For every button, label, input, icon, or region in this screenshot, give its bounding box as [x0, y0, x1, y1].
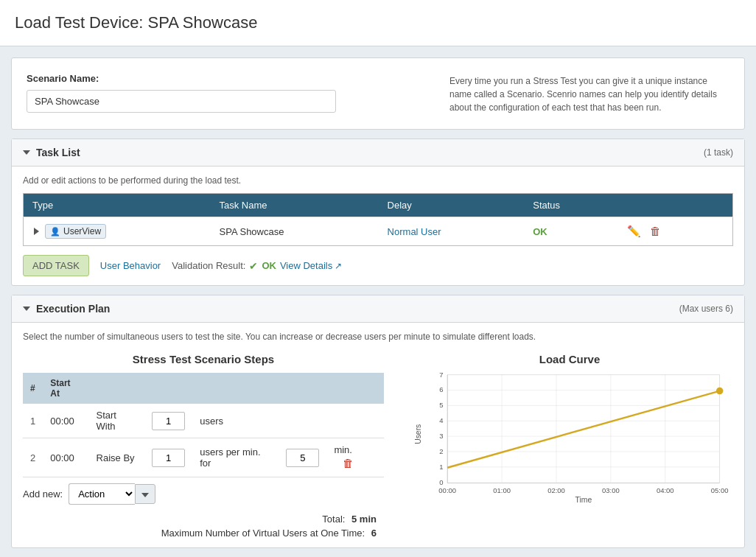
task-table-header-row: Type Task Name Delay Status: [24, 194, 733, 217]
svg-text:5: 5: [439, 401, 443, 409]
external-link-icon: ↗: [335, 261, 342, 271]
stress-title: Stress Test Scenario Steps: [23, 353, 384, 365]
max-users-label: Maximum Number of Virtual Users at One T…: [161, 528, 365, 539]
exec-plan-max-users: (Max users 6): [679, 304, 733, 314]
action-select[interactable]: Action: [69, 483, 135, 505]
step-suffix-1: users: [192, 404, 279, 438]
step-num-1: 1: [23, 404, 43, 438]
validation-label: Validation Result:: [172, 260, 245, 271]
task-type-badge: 👤 UserView: [45, 224, 106, 239]
content-area: Scenario Name: Every time you run a Stre…: [0, 46, 756, 557]
scenario-card-inner: Scenario Name: Every time you run a Stre…: [12, 58, 744, 129]
execution-plan-card: Execution Plan (Max users 6) Select the …: [11, 295, 745, 548]
col-type: Type: [24, 194, 211, 217]
task-list-body: Add or edit actions to be performed duri…: [12, 167, 744, 285]
task-list-title: Task List: [36, 147, 80, 158]
steps-col-start: Start At: [43, 373, 88, 404]
chart-area: 0 1 2 3 4 5 6 7 00:00 01:00 02:00: [406, 371, 733, 506]
steps-table: # Start At 1 00:00 Start With: [23, 373, 384, 477]
table-row: 👤 UserView SPA Showcase Normal User OK: [24, 217, 733, 246]
task-status-cell: OK: [524, 217, 615, 246]
svg-text:03:00: 03:00: [602, 486, 620, 494]
page-header: Load Test Device: SPA Showcase: [0, 0, 756, 46]
exec-plan-header: Execution Plan (Max users 6): [12, 295, 744, 323]
chart-end-dot: [716, 388, 723, 394]
step-start-2: 00:00: [43, 438, 88, 477]
task-list-header: Task List (1 task): [12, 139, 744, 167]
scenario-card: Scenario Name: Every time you run a Stre…: [11, 57, 745, 130]
task-status-ok: OK: [533, 226, 547, 237]
steps-col-action: [89, 373, 384, 404]
load-curve-chart: 0 1 2 3 4 5 6 7 00:00 01:00 02:00: [406, 371, 733, 504]
validation-ok-text: OK: [262, 260, 276, 271]
view-details-link[interactable]: View Details ↗: [280, 260, 342, 271]
task-list-chevron-icon[interactable]: [23, 150, 30, 155]
add-new-label: Add new:: [23, 488, 63, 500]
page-title: Load Test Device: SPA Showcase: [15, 13, 741, 32]
steps-col-num: #: [23, 373, 43, 404]
total-line: Total: 5 min: [322, 514, 377, 525]
user-behavior-link[interactable]: User Behavior: [100, 260, 161, 271]
view-details-label: View Details: [280, 260, 332, 271]
step-row-2: 2 00:00 Raise By users per min. for: [23, 438, 384, 477]
step-duration-input-2[interactable]: [286, 449, 319, 467]
svg-text:7: 7: [439, 371, 443, 379]
step-value-cell-1: [144, 404, 192, 438]
task-delay-cell: Normal User: [379, 217, 525, 246]
add-task-button[interactable]: ADD TASK: [23, 255, 89, 276]
task-actions-cell: ✏️ 🗑: [615, 217, 732, 246]
action-dropdown-button[interactable]: [135, 484, 155, 504]
svg-text:04:00: 04:00: [657, 486, 674, 494]
totals-row: Total: 5 min Maximum Number of Virtual U…: [23, 514, 384, 539]
step-value-cell-2: [144, 438, 192, 477]
svg-text:05:00: 05:00: [711, 486, 729, 494]
step-value-input-1[interactable]: [152, 412, 185, 430]
scenario-name-input[interactable]: [27, 90, 336, 113]
task-toolbar: ADD TASK User Behavior Validation Result…: [23, 255, 733, 276]
max-users-line: Maximum Number of Virtual Users at One T…: [161, 528, 377, 539]
col-task-name: Task Name: [211, 194, 379, 217]
exec-plan-description: Select the number of simultaneous users …: [23, 332, 733, 342]
svg-text:02:00: 02:00: [547, 486, 565, 494]
col-actions: [615, 194, 732, 217]
svg-text:6: 6: [439, 385, 443, 393]
load-curve-section: Load Curve: [406, 353, 733, 506]
trash-icon-step: 🗑: [343, 457, 354, 469]
add-new-row: Add new: Action: [23, 483, 384, 505]
task-list-description: Add or edit actions to be performed duri…: [23, 175, 733, 186]
pencil-icon: ✏️: [627, 225, 641, 237]
svg-text:0: 0: [439, 478, 443, 486]
task-name-cell: SPA Showcase: [211, 217, 379, 246]
task-type-cell: 👤 UserView: [24, 217, 211, 246]
scenario-help-text: Every time you run a Stress Test you can…: [449, 73, 729, 114]
check-icon: ✔: [249, 260, 258, 272]
step-value-input-2[interactable]: [152, 449, 185, 467]
task-list-count: (1 task): [704, 147, 733, 158]
step-delete-button-2[interactable]: 🗑: [340, 455, 357, 471]
scenario-name-label: Scenario Name:: [27, 73, 427, 84]
svg-text:4: 4: [439, 416, 443, 424]
step-mid-text-2: users per min. for: [192, 438, 279, 477]
step-action-label-1: Start With: [89, 404, 145, 438]
task-expand-button[interactable]: [32, 225, 41, 239]
svg-text:1: 1: [439, 463, 443, 471]
svg-text:Users: Users: [414, 424, 422, 444]
expand-icon: [34, 228, 39, 235]
task-type-label: UserView: [63, 226, 101, 237]
exec-plan-chevron-icon[interactable]: [23, 306, 30, 311]
action-select-container: Action: [69, 483, 155, 505]
col-status: Status: [524, 194, 615, 217]
scenario-left: Scenario Name:: [27, 73, 427, 113]
max-users-value: 6: [371, 528, 377, 539]
svg-text:01:00: 01:00: [493, 486, 511, 494]
step-unit-2: min. 🗑: [326, 438, 384, 477]
task-delete-button[interactable]: 🗑: [647, 223, 664, 239]
task-edit-button[interactable]: ✏️: [624, 223, 644, 239]
step-row-1: 1 00:00 Start With users: [23, 404, 384, 438]
step-empty-2: [326, 404, 384, 438]
exec-plan-title: Execution Plan: [36, 303, 110, 315]
task-delay-link[interactable]: Normal User: [388, 226, 441, 237]
total-value: 5 min: [351, 514, 377, 525]
svg-text:00:00: 00:00: [438, 486, 456, 494]
dropdown-chevron-icon: [141, 493, 149, 497]
